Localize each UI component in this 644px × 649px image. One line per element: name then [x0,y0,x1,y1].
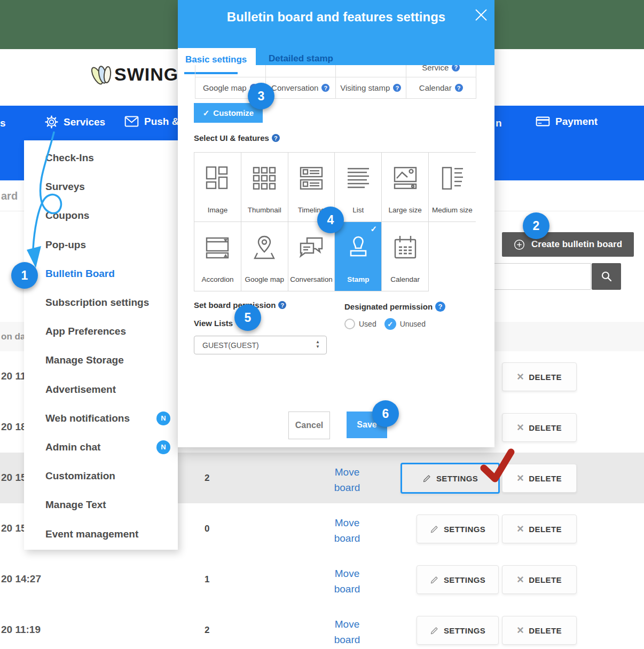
feature-cell-conversation[interactable]: Conversation ? [266,77,336,99]
help-icon[interactable]: ? [455,84,463,92]
help-icon[interactable]: ? [435,302,445,312]
delete-button[interactable]: × DELETE [502,616,577,645]
move-board-line2: board [330,581,364,597]
delete-label: DELETE [529,474,562,483]
move-board-link[interactable]: Move board [330,566,364,597]
menu-item-web-notifications[interactable]: Web notifications N [24,404,178,433]
settings-button[interactable]: SETTINGS [417,616,499,645]
settings-button[interactable]: SETTINGS [417,565,499,594]
menu-item-pop-ups[interactable]: Pop-ups [24,231,178,259]
grid-cell-large-size[interactable]: Large size [382,153,429,222]
help-icon[interactable]: ? [321,84,329,92]
view-lists-select[interactable]: GUEST(GUEST) ▲▼ [194,336,327,354]
table-row: 20 14:27 1 Move board SETTINGS × DELETE [0,554,644,605]
settings-label: SETTINGS [436,474,478,483]
menu-item-manage-text[interactable]: Manage Text [24,490,178,519]
delete-button[interactable]: × DELETE [502,565,577,594]
nav-left-fragment[interactable]: s [0,117,6,129]
settings-label: SETTINGS [444,626,485,635]
feature-cell-visiting-stamp[interactable]: Visiting stamp ? [336,77,406,99]
envelope-icon [124,115,139,128]
feature-cell-calendar[interactable]: Calendar ? [406,77,477,99]
stamp-icon [345,235,371,260]
help-icon[interactable]: ? [452,65,460,72]
cancel-button[interactable]: Cancel [288,411,330,439]
move-board-line2: board [330,531,364,546]
feature-cell[interactable] [336,65,406,77]
menu-item-label: Subscription settings [45,297,149,308]
grid-cell-label: Calendar [382,275,428,283]
nav-services[interactable]: Services [45,115,105,129]
move-board-link[interactable]: Move board [330,515,364,546]
nav-right-fragment[interactable]: n [496,117,502,129]
settings-button[interactable]: SETTINGS [417,515,499,543]
help-icon[interactable]: ? [278,301,286,309]
medium-size-icon [439,165,465,191]
row-count: 1 [205,574,209,585]
board-search-input[interactable] [485,263,591,290]
grid-cell-accordion[interactable]: Accordion [194,222,241,291]
delete-button[interactable]: × DELETE [502,464,577,493]
menu-item-bulletin-board[interactable]: Bulletin Board [24,259,178,288]
gear-icon [45,115,58,129]
menu-item-label: Coupons [45,210,89,221]
grid-cell-label: Medium size [429,206,476,214]
settings-button-highlighted[interactable]: SETTINGS [400,463,500,494]
row-count: 0 [205,524,209,534]
board-search-button[interactable] [592,263,621,290]
delete-button[interactable]: × DELETE [502,413,577,442]
grid-cell-medium-size[interactable]: Medium size [429,153,476,222]
view-lists-text: View Lists [194,319,233,328]
step-badge-6: 6 [372,400,399,427]
delete-button[interactable]: × DELETE [502,515,577,543]
screen: SWING2. s [0,0,644,649]
nav-payment[interactable]: Payment [536,115,598,128]
menu-item-coupons[interactable]: Coupons [24,201,178,230]
feature-cell-service[interactable]: Service ? [406,65,477,77]
radio-used[interactable] [344,319,355,329]
menu-item-admin-chat[interactable]: Admin chat N [24,433,178,462]
row-date: 20 14:27 [1,573,41,585]
menu-item-label: Event management [45,528,138,540]
image-layout-icon [205,165,230,191]
radio-unused-checked[interactable]: ✓ [384,318,396,330]
delete-button[interactable]: × DELETE [502,362,577,391]
search-icon [600,270,613,283]
create-bulletin-board-button[interactable]: Create bulletin board [502,232,634,257]
move-board-line1: Move [330,566,364,581]
row-count: 2 [205,473,209,484]
menu-item-subscription-settings[interactable]: Subscription settings [24,288,178,317]
grid-cell-stamp-selected[interactable]: ✓ Stamp [335,222,382,291]
menu-item-customization[interactable]: Customization [24,462,178,490]
x-icon: × [517,574,524,585]
row-date: 20 15 [1,523,27,534]
grid-cell-calendar[interactable]: Calendar [382,222,429,291]
row-date: 20 11:19 [1,624,41,636]
menu-item-advertisement[interactable]: Advertisement [24,375,178,404]
step-badge-4: 4 [317,207,344,233]
menu-item-event-management[interactable]: Event management [24,519,178,548]
modal-title: Bulletin board and features settings [178,10,494,25]
grid-cell-thumbnail[interactable]: Thumbnail [241,153,288,222]
menu-item-app-preferences[interactable]: App Preferences [24,317,178,346]
x-icon: × [517,472,524,484]
grid-cell-label: Image [194,206,241,214]
menu-item-manage-storage[interactable]: Manage Storage [24,346,178,375]
grid-cell-label: Thumbnail [241,206,288,214]
feature-cell[interactable] [266,65,336,77]
menu-item-surveys[interactable]: Surveys [24,172,178,201]
selected-check-icon: ✓ [371,224,378,234]
menu-item-check-ins[interactable]: Check-Ins [24,144,178,172]
close-icon[interactable] [473,7,489,23]
grid-cell-list[interactable]: List [335,153,382,222]
feature-cell[interactable] [195,65,266,77]
large-size-icon [392,165,418,191]
grid-cell-image[interactable]: Image [194,153,241,222]
help-icon[interactable]: ? [272,134,280,142]
services-dropdown-menu: Check-Ins Surveys Coupons Pop-ups Bullet… [24,140,178,550]
help-icon[interactable]: ? [393,84,401,92]
move-board-link[interactable]: Move board [330,464,364,495]
grid-cell-google-map[interactable]: Google map [241,222,288,291]
move-board-link[interactable]: Move board [330,616,364,647]
tab-detailed-stamp[interactable]: Detailed stamp [269,53,333,64]
